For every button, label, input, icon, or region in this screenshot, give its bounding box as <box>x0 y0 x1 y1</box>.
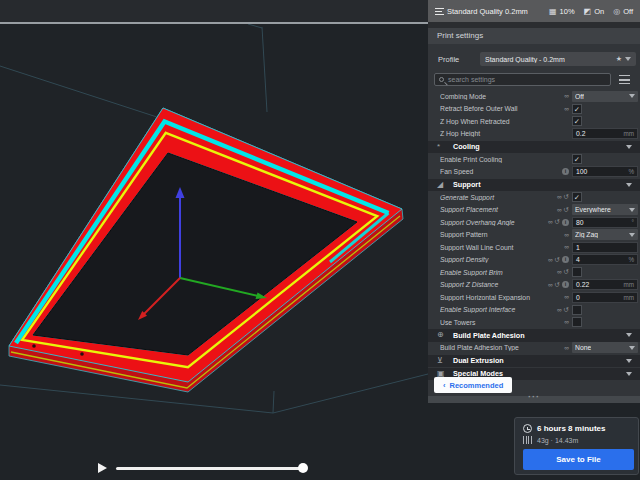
input-support-z-distance[interactable]: 0.22mm <box>572 279 638 290</box>
setting-row-support-density: Support Density∞↺i4% <box>428 254 640 267</box>
profile-summary[interactable]: Standard Quality 0.2mm <box>435 7 528 16</box>
input-z-hop-height[interactable]: 0.2mm <box>572 128 638 139</box>
undo-icon[interactable]: ↺ <box>564 207 569 214</box>
section-label: Cooling <box>453 142 626 151</box>
link-icon[interactable]: ∞ <box>557 269 562 276</box>
profile-dropdown[interactable]: Standard Quality - 0.2mm ★ <box>480 52 636 66</box>
chevron-down-icon <box>625 57 631 61</box>
chevron-down-icon <box>626 359 632 363</box>
link-icon[interactable]: ∞ <box>564 106 569 113</box>
layer-slider-track[interactable] <box>116 467 304 470</box>
dropdown-support-placement[interactable]: Everywhere <box>572 204 638 215</box>
viewport-3d[interactable] <box>0 0 428 480</box>
link-icon[interactable]: ∞ <box>557 194 562 201</box>
chevron-down-icon <box>626 333 632 337</box>
link-icon[interactable]: ∞ <box>564 232 569 239</box>
star-icon[interactable]: ★ <box>616 55 622 63</box>
dropdown-support-pattern[interactable]: Zig Zag <box>572 229 638 240</box>
setting-label: Support Z Distance <box>440 281 548 288</box>
setting-label: Z Hop Height <box>440 130 569 137</box>
save-to-file-button[interactable]: Save to File <box>523 449 634 470</box>
link-icon[interactable]: ∞ <box>564 93 569 100</box>
viewport-divider <box>0 22 428 24</box>
adhesion-summary[interactable]: ◎ Off <box>613 7 633 16</box>
play-button[interactable] <box>98 463 107 473</box>
input-fan-speed[interactable]: 100% <box>572 166 638 177</box>
setting-label: Support Pattern <box>440 231 564 238</box>
input-support-wall-line-count[interactable]: 1 <box>572 242 638 253</box>
link-icon[interactable]: ∞ <box>564 345 569 352</box>
layer-slider-handle[interactable] <box>298 463 308 473</box>
chevron-down-icon <box>629 346 635 350</box>
setting-row-support-placement: Support Placement∞↺Everywhere <box>428 204 640 217</box>
info-icon[interactable]: i <box>562 219 569 226</box>
link-icon[interactable]: ∞ <box>557 307 562 314</box>
checkbox-use-towers[interactable] <box>572 317 582 327</box>
print-setup-header[interactable]: Standard Quality 0.2mm ▦ 10% ◩ On ◎ Off <box>428 0 640 22</box>
setting-label: Combing Mode <box>440 93 564 100</box>
checkbox-z-hop-when-retracted[interactable]: ✓ <box>572 116 582 126</box>
undo-icon[interactable]: ↺ <box>564 194 569 201</box>
section-label: Dual Extrusion <box>453 356 626 365</box>
checkbox-enable-print-cooling[interactable]: ✓ <box>572 154 582 164</box>
section-dual-extrusion[interactable]: ⊻Dual Extrusion <box>428 355 640 368</box>
undo-icon[interactable]: ↺ <box>555 282 560 289</box>
dropdown-build-plate-adhesion-type[interactable]: None <box>572 342 638 353</box>
filament-icon <box>523 436 532 444</box>
setting-row-combing-mode: Combing Mode∞Off <box>428 90 640 103</box>
setting-row-retract-before-outer-wall: Retract Before Outer Wall∞✓ <box>428 103 640 116</box>
section-build-plate-adhesion[interactable]: ⊕Build Plate Adhesion <box>428 329 640 342</box>
input-support-horizontal-expansion[interactable]: 0mm <box>572 292 638 303</box>
print-settings-panel: Standard Quality 0.2mm ▦ 10% ◩ On ◎ Off … <box>428 0 640 403</box>
panel-resize-handle[interactable]: ··· <box>428 396 640 403</box>
unit-label: mm <box>624 281 635 288</box>
checkbox-enable-support-brim[interactable] <box>572 267 582 277</box>
infill-icon: ▦ <box>549 7 557 16</box>
setting-row-use-towers: Use Towers∞ <box>428 316 640 329</box>
input-support-overhang-angle[interactable]: 80° <box>572 217 638 228</box>
link-icon[interactable]: ∞ <box>564 294 569 301</box>
section-support[interactable]: ◢Support <box>428 179 640 192</box>
link-icon[interactable]: ∞ <box>548 282 553 289</box>
info-icon[interactable]: i <box>562 256 569 263</box>
profile-summary-label: Standard Quality 0.2mm <box>447 7 528 16</box>
setting-label: Support Horizontal Expansion <box>440 294 564 301</box>
dropdown-combing-mode[interactable]: Off <box>572 91 638 102</box>
info-icon[interactable]: i <box>562 281 569 288</box>
setting-row-support-pattern: Support Pattern∞Zig Zag <box>428 229 640 242</box>
infill-summary[interactable]: ▦ 10% <box>549 7 575 16</box>
undo-icon[interactable]: ↺ <box>555 257 560 264</box>
info-icon[interactable]: i <box>562 168 569 175</box>
search-placeholder: search settings <box>448 76 495 83</box>
undo-icon[interactable]: ↺ <box>564 269 569 276</box>
link-icon[interactable]: ∞ <box>548 257 553 264</box>
checkbox-generate-support[interactable]: ✓ <box>572 192 582 202</box>
setting-row-enable-support-brim: Enable Support Brim∞↺ <box>428 266 640 279</box>
support-summary[interactable]: ◩ On <box>584 7 605 16</box>
recommended-label: Recommended <box>450 381 504 390</box>
checkbox-enable-support-interface[interactable] <box>572 305 582 315</box>
search-input[interactable]: search settings <box>434 73 611 86</box>
link-icon[interactable]: ∞ <box>564 319 569 326</box>
chevron-down-icon <box>626 372 632 376</box>
undo-icon[interactable]: ↺ <box>555 219 560 226</box>
section-cooling[interactable]: *Cooling <box>428 141 640 154</box>
setting-label: Support Overhang Angle <box>440 219 548 226</box>
setting-row-support-overhang-angle: Support Overhang Angle∞↺i80° <box>428 216 640 229</box>
setting-row-generate-support: Generate Support∞↺✓ <box>428 191 640 204</box>
settings-menu-icon[interactable] <box>619 75 630 84</box>
adhesion-icon: ⊕ <box>437 331 453 339</box>
link-icon[interactable]: ∞ <box>557 207 562 214</box>
setting-row-support-z-distance: Support Z Distance∞↺i0.22mm <box>428 279 640 292</box>
fan-icon: * <box>437 143 453 151</box>
input-support-density[interactable]: 4% <box>572 254 638 265</box>
setting-row-z-hop-height: Z Hop Height0.2mm <box>428 128 640 141</box>
checkbox-retract-before-outer-wall[interactable]: ✓ <box>572 104 582 114</box>
link-icon[interactable]: ∞ <box>564 244 569 251</box>
recommended-button[interactable]: ‹ Recommended <box>434 377 512 393</box>
setting-label: Enable Print Cooling <box>440 156 569 163</box>
link-icon[interactable]: ∞ <box>548 219 553 226</box>
model-screw-hole <box>80 352 83 355</box>
undo-icon[interactable]: ↺ <box>564 307 569 314</box>
adhesion-value: Off <box>623 7 633 16</box>
